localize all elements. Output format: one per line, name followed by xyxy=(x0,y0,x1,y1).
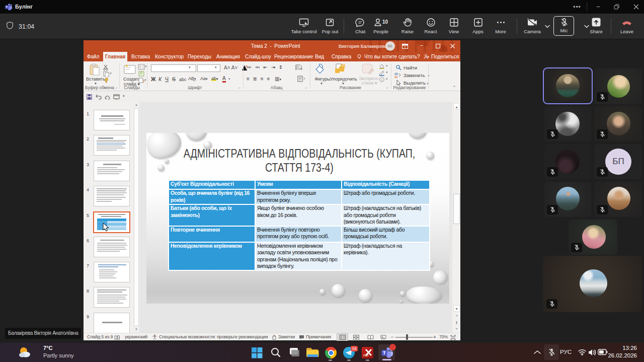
svg-text:PDF: PDF xyxy=(363,354,369,357)
svg-text:10: 10 xyxy=(382,19,388,25)
svg-text:ac: ac xyxy=(394,75,398,79)
